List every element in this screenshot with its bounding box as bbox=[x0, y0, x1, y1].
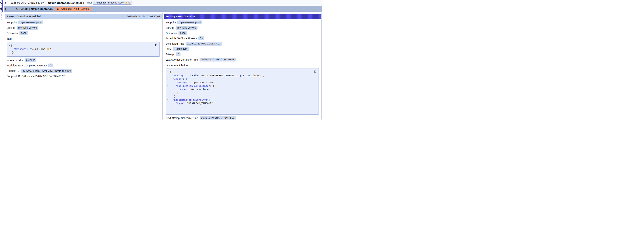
field-row-service: Servicemy-hello-service bbox=[6, 26, 160, 30]
json-key: "message" bbox=[176, 81, 188, 84]
event-panel-timestamp: 2025-02-26 UTC 01:03:37.07 bbox=[127, 15, 160, 18]
field-label: Operation bbox=[166, 32, 177, 34]
json-text: "upstream timeout", bbox=[191, 81, 218, 84]
pending-panel-body: Endpointmy-nexus-endpointServicemy-hello… bbox=[164, 19, 321, 120]
field-value-badge: 2025-02-26 UTC 01:04:10.09 bbox=[200, 58, 236, 62]
field-value-link[interactable]: 3c0c75ccfa8144b092c13ce632463761 bbox=[22, 75, 66, 78]
field-value-badge: echo bbox=[178, 31, 187, 35]
pending-panel-header: Pending Nexus Operation bbox=[164, 14, 321, 19]
event-title: Nexus Operation Scheduled bbox=[48, 1, 84, 4]
field-list: Nexus HeaderpresentWorkflow Task Complet… bbox=[6, 58, 160, 78]
event-detail-panel: 5 Nexus Operation Scheduled 2025-02-26 U… bbox=[4, 13, 162, 120]
code-gutter bbox=[166, 81, 170, 84]
collapse-chevron-icon[interactable] bbox=[8, 44, 11, 47]
collapse-chevron-icon[interactable] bbox=[166, 77, 170, 81]
field-label: Service bbox=[166, 26, 174, 29]
code-gutter bbox=[166, 108, 170, 112]
json-line: } bbox=[166, 91, 311, 94]
pending-panel-title: Pending Nexus Operation bbox=[166, 15, 195, 18]
field-row-endpoint: Endpointmy-nexus-endpoint bbox=[6, 20, 160, 24]
copy-icon bbox=[154, 43, 158, 46]
json-text: }, bbox=[174, 95, 177, 98]
timeline-event-dot-icon bbox=[0, 2, 2, 4]
copy-button[interactable] bbox=[154, 43, 158, 46]
field-value-badge: present bbox=[25, 58, 36, 62]
field-row-nexus-header: Nexus Headerpresent bbox=[6, 58, 160, 62]
json-line: "Message": "Nexus Echo 👋" bbox=[8, 47, 152, 51]
failure-json-viewer: {"message": "handler error (UPSTREAM_TIM… bbox=[166, 68, 319, 114]
json-key: "cause" bbox=[173, 78, 183, 80]
json-line: }, bbox=[166, 94, 311, 98]
json-text: "NexusFailure" bbox=[190, 88, 210, 91]
field-row-scheduled-time: Scheduled Time2025-02-26 UTC 01:03:37.07 bbox=[166, 42, 319, 46]
history-row-event[interactable]: 5 2025-02-26 UTC 01:03:37.07 Nexus Opera… bbox=[4, 0, 322, 6]
field-row-endpoint-id: Endpoint ID3c0c75ccfa8144b092c13ce632463… bbox=[6, 74, 160, 78]
json-text: } bbox=[174, 106, 176, 108]
json-text: : { bbox=[210, 84, 214, 87]
input-section-label: Input bbox=[6, 37, 160, 40]
code-gutter bbox=[8, 47, 11, 51]
json-text: : bbox=[187, 88, 190, 91]
json-line: "message": "handler error (UPSTREAM_TIME… bbox=[166, 74, 311, 77]
json-text: } bbox=[12, 51, 14, 54]
history-row-pending[interactable]: 5 ✳ Pending Nexus Operation Attempt 3 · … bbox=[4, 6, 322, 12]
json-key: "message" bbox=[173, 74, 186, 77]
pending-asterisk-icon: ✳ bbox=[16, 7, 18, 10]
field-value-badge: 3e829b7e-7d67-4b08-aad3-b1e868bfe9e0 bbox=[21, 69, 72, 73]
json-key: "type" bbox=[176, 102, 184, 105]
field-row-operation: Operationecho bbox=[166, 31, 319, 35]
json-text: : bbox=[184, 102, 187, 105]
field-row-schedule-to-close-timeout: Schedule To Close Timeout0s bbox=[166, 36, 319, 40]
json-content: {"Message": "Nexus Echo 👋"} bbox=[8, 44, 152, 54]
field-list: Next Attempt Schedule Time2025-02-26 UTC… bbox=[166, 116, 319, 120]
json-text: { bbox=[11, 44, 12, 47]
collapse-chevron-icon[interactable] bbox=[166, 70, 170, 74]
field-row-request-id: Request ID3e829b7e-7d67-4b08-aad3-b1e868… bbox=[6, 69, 160, 73]
json-line: "cause": { bbox=[166, 77, 311, 81]
retry-badge: Attempt 3 · Next Retry 0s bbox=[55, 6, 91, 11]
json-text: : bbox=[186, 74, 188, 77]
field-label: Endpoint bbox=[166, 21, 176, 24]
timeline-pending-dot-icon bbox=[0, 8, 2, 10]
field-label: Scheduled Time bbox=[166, 42, 184, 45]
json-line: { bbox=[166, 70, 311, 74]
retry-icon bbox=[57, 8, 60, 10]
field-label: Service bbox=[6, 26, 15, 29]
retry-badge-label: Attempt 3 · Next Retry 0s bbox=[61, 8, 89, 10]
workflow-history-view: 5 2025-02-26 UTC 01:03:37.07 Nexus Opera… bbox=[0, 0, 322, 120]
field-label: Operation bbox=[6, 32, 18, 34]
event-summary-label: Input bbox=[87, 2, 92, 4]
code-gutter bbox=[166, 102, 170, 105]
field-value-badge: my-nexus-endpoint bbox=[18, 20, 43, 24]
field-value-badge: BackingOff bbox=[173, 47, 189, 51]
event-id-link[interactable]: 5 bbox=[5, 1, 8, 4]
field-value-badge: 0s bbox=[198, 36, 204, 40]
json-key: "type" bbox=[178, 88, 187, 91]
field-value-badge: my-hello-service bbox=[176, 26, 198, 30]
json-content: {"message": "handler error (UPSTREAM_TIM… bbox=[166, 70, 311, 112]
json-line: "message": "upstream timeout", bbox=[166, 81, 311, 84]
json-text: : { bbox=[183, 78, 187, 80]
event-summary-value: {"Message":"Nexus Echo 👋"} bbox=[93, 1, 132, 4]
field-label: Request ID bbox=[6, 69, 20, 72]
code-gutter bbox=[166, 91, 170, 94]
event-panel-header: 5 Nexus Operation Scheduled 2025-02-26 U… bbox=[5, 14, 162, 19]
field-row-state: StateBackingOff bbox=[166, 47, 319, 51]
json-text: } bbox=[171, 109, 173, 112]
field-value-badge: 3 bbox=[176, 52, 180, 56]
json-text: : bbox=[188, 81, 192, 84]
field-label: Next Attempt Schedule Time bbox=[166, 116, 198, 120]
pending-id-link[interactable]: 5 bbox=[5, 7, 8, 10]
copy-button[interactable] bbox=[314, 70, 317, 73]
collapse-chevron-icon[interactable] bbox=[166, 98, 170, 102]
field-value-badge: 2025-02-26 UTC 01:03:37.07 bbox=[186, 42, 222, 46]
field-value-badge: my-hello-service bbox=[17, 26, 38, 30]
json-line: "nexusHandlerFailureInfo": { bbox=[166, 98, 311, 102]
detail-panels: 5 Nexus Operation Scheduled 2025-02-26 U… bbox=[4, 13, 322, 120]
field-value-badge: 4 bbox=[48, 64, 53, 67]
field-label: Schedule To Close Timeout bbox=[166, 37, 197, 40]
collapse-chevron-icon[interactable] bbox=[166, 84, 170, 88]
code-gutter bbox=[166, 88, 170, 91]
field-value-badge: my-nexus-endpoint bbox=[178, 20, 202, 24]
field-label: State bbox=[166, 48, 172, 50]
